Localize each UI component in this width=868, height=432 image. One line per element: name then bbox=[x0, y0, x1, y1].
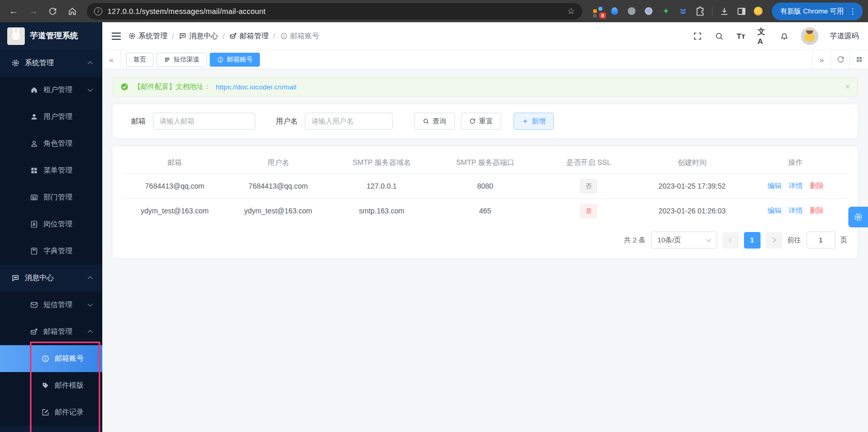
cell-email: ydym_test@163.com bbox=[123, 198, 226, 223]
side-panel-icon[interactable] bbox=[736, 6, 747, 17]
home-icon bbox=[30, 86, 38, 94]
app-logo-row[interactable]: 芋道管理系统 bbox=[0, 22, 102, 50]
sidebar-item-sms-mgmt[interactable]: 短信管理 bbox=[0, 291, 102, 318]
sidebar-item-mail-log[interactable]: 邮件记录 bbox=[0, 399, 102, 426]
theme-settings-button[interactable] bbox=[848, 207, 868, 227]
search-icon[interactable] bbox=[714, 31, 724, 41]
col-created: 创建时间 bbox=[640, 152, 743, 174]
chevron-up-icon bbox=[88, 330, 93, 335]
chrome-update-button[interactable]: 有新版 Chrome 可用 ⋮ bbox=[772, 3, 863, 20]
sidebar-item-dept-mgmt[interactable]: 部门管理 bbox=[0, 184, 102, 211]
extension-icon-4[interactable] bbox=[644, 6, 654, 17]
sidebar-item-mail-mgmt[interactable]: 邮箱管理 bbox=[0, 318, 102, 345]
translate-icon[interactable]: 文A bbox=[757, 31, 768, 41]
sidebar-item-system-mgmt[interactable]: 系统管理 bbox=[0, 50, 102, 76]
breadcrumb-item-message[interactable]: 消息中心 bbox=[179, 32, 218, 41]
page-content: 【邮件配置】文档地址： https://doc.iocoder.cn/mail … bbox=[102, 69, 868, 432]
doc-link[interactable]: https://doc.iocoder.cn/mail bbox=[216, 83, 297, 91]
extension-icon-3[interactable] bbox=[627, 6, 637, 17]
email-input[interactable] bbox=[153, 113, 255, 130]
browser-toolbar: ← → i 127.0.0.1/system/messages/mail/mai… bbox=[0, 0, 868, 22]
next-page-button[interactable] bbox=[766, 232, 782, 249]
col-username: 用户名 bbox=[226, 152, 330, 174]
fullscreen-icon[interactable] bbox=[692, 31, 703, 41]
tabs-scroll-right-icon[interactable]: » bbox=[812, 50, 831, 69]
breadcrumb-item-system[interactable]: 系统管理 bbox=[128, 32, 167, 41]
sidebar-item-dict-mgmt[interactable]: 字典管理 bbox=[0, 238, 102, 265]
forward-icon[interactable]: → bbox=[25, 3, 41, 20]
doc-alert: 【邮件配置】文档地址： https://doc.iocoder.cn/mail … bbox=[113, 77, 858, 97]
edit-note-icon bbox=[41, 408, 50, 416]
tag-icon bbox=[41, 381, 50, 390]
home-icon[interactable] bbox=[64, 3, 81, 20]
downloads-icon[interactable] bbox=[719, 6, 730, 17]
mail-account-table-card: 邮箱 用户名 SMTP 服务器域名 SMTP 服务器端口 是否开启 SSL 创建… bbox=[113, 147, 858, 258]
address-bar[interactable]: i 127.0.0.1/system/messages/mail/mail-ac… bbox=[87, 3, 582, 20]
email-label: 邮箱 bbox=[131, 117, 146, 126]
cell-port: 465 bbox=[433, 198, 537, 223]
page-size-select[interactable]: 10条/页 bbox=[651, 232, 717, 249]
cell-host: smtp.163.com bbox=[330, 198, 433, 223]
goto-page-input[interactable] bbox=[807, 232, 835, 249]
breadcrumb-item-mail-account: 邮箱账号 bbox=[280, 32, 319, 41]
chevron-left-icon bbox=[729, 238, 734, 243]
cell-host: 127.0.0.1 bbox=[330, 174, 433, 198]
tab-sms-channel[interactable]: 短信渠道 bbox=[157, 53, 207, 67]
edit-link[interactable]: 编辑 bbox=[767, 207, 781, 214]
tab-mail-account[interactable]: 邮箱账号 bbox=[210, 53, 260, 67]
extension-icon-5[interactable]: ✦ bbox=[661, 6, 671, 17]
site-info-icon[interactable]: i bbox=[94, 7, 102, 16]
page-unit-label: 页 bbox=[841, 236, 848, 245]
sidebar-item-menu-mgmt[interactable]: 菜单管理 bbox=[0, 157, 102, 184]
total-count: 共 2 条 bbox=[624, 236, 645, 245]
user-avatar[interactable] bbox=[801, 27, 818, 45]
hamburger-icon[interactable] bbox=[112, 33, 121, 40]
detail-link[interactable]: 详情 bbox=[788, 182, 802, 190]
info-circle-icon bbox=[280, 32, 288, 40]
username-input[interactable] bbox=[305, 113, 393, 130]
sidebar-item-message-center[interactable]: 消息中心 bbox=[0, 265, 102, 291]
success-check-icon bbox=[120, 83, 129, 91]
close-icon[interactable]: × bbox=[845, 82, 850, 91]
reload-icon[interactable] bbox=[44, 3, 61, 20]
tab-home[interactable]: 首页 bbox=[126, 53, 153, 67]
ssl-badge: 是 bbox=[580, 204, 597, 218]
sidebar-item-mail-account[interactable]: 邮箱账号 bbox=[0, 345, 102, 372]
page-number-1[interactable]: 1 bbox=[744, 232, 761, 249]
sidebar-item-user-mgmt[interactable]: 用户管理 bbox=[0, 103, 102, 130]
extension-icon-2[interactable] bbox=[610, 6, 620, 17]
reset-button[interactable]: 重置 bbox=[461, 113, 501, 130]
sidebar-item-tenant-mgmt[interactable]: 租户管理 bbox=[0, 76, 102, 103]
alert-message: 【邮件配置】文档地址： bbox=[134, 82, 211, 91]
font-size-icon[interactable]: Tт bbox=[736, 31, 746, 41]
detail-link[interactable]: 详情 bbox=[788, 207, 802, 214]
search-button[interactable]: 查询 bbox=[414, 113, 455, 130]
dictionary-icon bbox=[30, 247, 38, 255]
sidebar-item-mail-template[interactable]: 邮件模版 bbox=[0, 372, 102, 399]
delete-link[interactable]: 删除 bbox=[810, 207, 824, 214]
bell-icon[interactable] bbox=[779, 31, 789, 41]
tabs-scroll-left-icon[interactable]: « bbox=[102, 50, 121, 69]
back-icon[interactable]: ← bbox=[5, 3, 22, 20]
add-button[interactable]: 新增 bbox=[514, 113, 554, 130]
sidebar-item-post-mgmt[interactable]: 岗位管理 bbox=[0, 211, 102, 238]
sidebar-item-role-mgmt[interactable]: 角色管理 bbox=[0, 130, 102, 157]
extensions-puzzle-icon[interactable] bbox=[695, 6, 705, 17]
extension-icon-6[interactable] bbox=[678, 6, 688, 17]
profile-avatar-icon[interactable] bbox=[753, 6, 764, 17]
bookmark-star-icon[interactable]: ☆ bbox=[567, 6, 575, 17]
kebab-menu-icon[interactable]: ⋮ bbox=[849, 7, 857, 16]
url-text[interactable]: 127.0.0.1/system/messages/mail/mail-acco… bbox=[107, 7, 562, 16]
username[interactable]: 芋道源码 bbox=[830, 32, 859, 41]
page-tabbar: « 首页 短信渠道 邮箱账号 » bbox=[102, 50, 868, 69]
refresh-tab-icon[interactable] bbox=[831, 50, 849, 69]
delete-link[interactable]: 删除 bbox=[810, 182, 824, 190]
tab-actions-grid-icon[interactable] bbox=[849, 50, 868, 69]
edit-link[interactable]: 编辑 bbox=[767, 182, 781, 190]
prev-page-button[interactable] bbox=[722, 232, 739, 249]
info-circle-icon bbox=[41, 354, 50, 363]
col-smtp-port: SMTP 服务器端口 bbox=[433, 152, 537, 174]
info-circle-icon bbox=[217, 56, 224, 63]
extension-icon-1[interactable]: 8 bbox=[593, 6, 603, 17]
breadcrumb-item-mail[interactable]: 邮箱管理 bbox=[229, 32, 269, 41]
